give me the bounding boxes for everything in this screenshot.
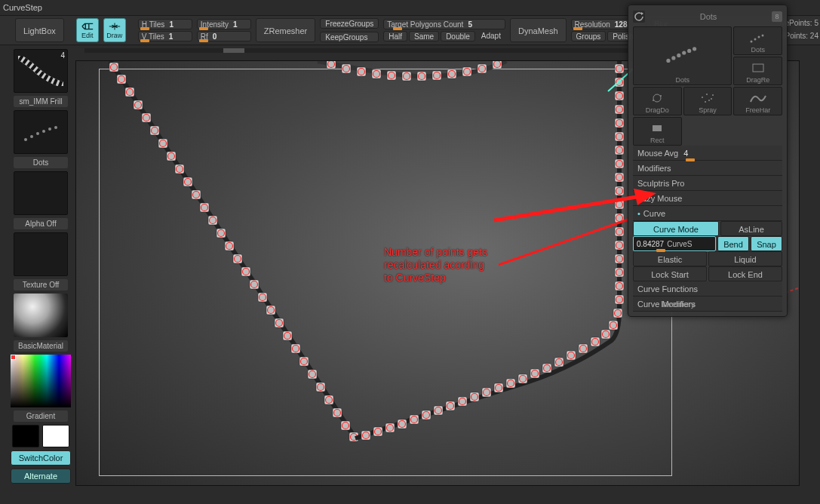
target-polygons-slider[interactable]: Target Polygons Count 5 bbox=[383, 19, 505, 29]
svg-line-10 bbox=[499, 212, 650, 265]
stroke-preview-large-label: Dots bbox=[634, 76, 731, 84]
modifiers-section[interactable]: Modifiers bbox=[633, 161, 782, 176]
edit-button[interactable]: Edit bbox=[76, 18, 99, 42]
bend-button[interactable]: Bend bbox=[717, 236, 749, 251]
svg-point-19 bbox=[750, 41, 752, 43]
svg-point-25 bbox=[653, 100, 654, 101]
svg-point-21 bbox=[757, 36, 760, 38]
vtiles-slider[interactable]: V Tiles 1 bbox=[138, 31, 192, 41]
resolution-value: 128 bbox=[615, 20, 628, 29]
texture-thumbnail[interactable] bbox=[14, 232, 68, 276]
curvestep-label: CurveS bbox=[667, 237, 692, 250]
liquid-button[interactable]: Liquid bbox=[708, 251, 782, 266]
half-button[interactable]: Half bbox=[383, 31, 407, 41]
svg-point-27 bbox=[702, 97, 703, 98]
swatch-black[interactable] bbox=[12, 425, 39, 447]
dynamesh-button[interactable]: DynaMesh bbox=[510, 18, 567, 42]
curve-section[interactable]: Curve bbox=[633, 206, 782, 221]
htiles-value: 1 bbox=[169, 20, 174, 29]
stroke-dots[interactable]: Dots bbox=[733, 26, 782, 55]
stroke-rect-label: Rect bbox=[634, 137, 681, 144]
app-title: CurveStep bbox=[3, 3, 42, 12]
svg-point-30 bbox=[705, 101, 706, 103]
htiles-slider[interactable]: H Tiles 1 bbox=[138, 19, 192, 29]
stroke-dragrect[interactable]: DragRe bbox=[733, 57, 782, 85]
stroke-palette[interactable]: Dots 8 Dots Dots DragRe DragDo Spray bbox=[628, 5, 788, 317]
swatch-white[interactable] bbox=[42, 425, 69, 447]
mouse-avg-value: 4 bbox=[683, 149, 688, 158]
svg-point-26 bbox=[660, 95, 662, 97]
alpha-label: Alpha Off bbox=[14, 218, 68, 229]
svg-point-16 bbox=[682, 51, 686, 54]
asline-button[interactable]: AsLine bbox=[720, 221, 782, 236]
stroke-spray[interactable]: Spray bbox=[683, 87, 732, 115]
stroke-freehand[interactable]: FreeHar bbox=[733, 87, 782, 115]
double-button[interactable]: Double bbox=[441, 31, 475, 41]
same-button[interactable]: Same bbox=[409, 31, 439, 41]
intensity-value: 1 bbox=[233, 20, 238, 29]
lockstart-button[interactable]: Lock Start bbox=[633, 266, 707, 281]
svg-point-20 bbox=[754, 38, 756, 41]
stroke-spray-label: Spray bbox=[684, 106, 732, 114]
target-value: 5 bbox=[468, 20, 472, 29]
palette-close-button[interactable]: 8 bbox=[772, 11, 782, 22]
brush-name-label: sm_IMM Frill bbox=[14, 96, 68, 107]
draw-button[interactable]: Draw bbox=[103, 18, 126, 42]
lazymouse-section[interactable]: Lazy Mouse bbox=[633, 191, 782, 206]
svg-point-4 bbox=[48, 128, 51, 131]
color-picker[interactable] bbox=[11, 355, 71, 407]
stroke-thumbnail[interactable] bbox=[14, 110, 68, 154]
curve-modifiers-section[interactable]: Curve Modifiers bbox=[633, 297, 782, 312]
mouse-avg-slider[interactable]: Mouse Avg 4 bbox=[633, 146, 782, 161]
alpha-thumbnail[interactable] bbox=[14, 171, 68, 215]
svg-point-29 bbox=[711, 98, 712, 100]
palette-undo-icon[interactable] bbox=[633, 11, 645, 23]
stroke-dragrect-label: DragRe bbox=[734, 76, 782, 84]
gradient-label[interactable]: Gradient bbox=[14, 410, 68, 422]
rf-value: 0 bbox=[213, 32, 217, 41]
draw-label: Draw bbox=[106, 32, 122, 39]
svg-point-1 bbox=[30, 135, 33, 138]
annotation-text: Number of points gets recalculated acord… bbox=[384, 246, 487, 284]
rf-slider[interactable]: Rf 0 bbox=[197, 31, 251, 41]
mouse-avg-label: Mouse Avg bbox=[637, 149, 678, 158]
svg-point-3 bbox=[42, 130, 45, 133]
edit-label: Edit bbox=[81, 32, 94, 39]
intensity-slider[interactable]: Intensity 1 bbox=[197, 19, 251, 29]
sculptris-section[interactable]: Sculptris Pro bbox=[633, 176, 782, 191]
material-thumbnail[interactable] bbox=[14, 293, 68, 337]
elastic-button[interactable]: Elastic bbox=[633, 251, 707, 266]
curvestep-slider[interactable]: 0.84287 CurveS bbox=[633, 236, 716, 251]
curve-mode-button[interactable]: Curve Mode bbox=[633, 221, 719, 236]
stroke-name-label: Dots bbox=[14, 157, 68, 168]
svg-point-22 bbox=[761, 35, 763, 37]
svg-point-15 bbox=[677, 54, 680, 57]
svg-rect-23 bbox=[753, 64, 763, 72]
stroke-freehand-label: FreeHar bbox=[734, 106, 782, 114]
toolbar-scrollbar-thumb[interactable] bbox=[223, 48, 244, 53]
stroke-dots-label: Dots bbox=[734, 46, 782, 54]
svg-point-13 bbox=[666, 59, 670, 63]
inventory-label[interactable]: Inventory bbox=[661, 300, 695, 309]
lightbox-button[interactable]: LightBox bbox=[15, 18, 64, 42]
svg-point-18 bbox=[693, 47, 696, 51]
lockend-button[interactable]: Lock End bbox=[708, 266, 782, 281]
keepgroups-button[interactable]: KeepGroups bbox=[320, 32, 379, 42]
curve-functions-section[interactable]: Curve Functions bbox=[633, 281, 782, 297]
zremesher-button[interactable]: ZRemesher bbox=[256, 18, 315, 42]
brush-count: 4 bbox=[60, 51, 65, 60]
freezegroups-button[interactable]: FreezeGroups bbox=[320, 18, 379, 29]
svg-marker-12 bbox=[641, 12, 643, 15]
svg-point-31 bbox=[712, 94, 714, 96]
stroke-rect[interactable]: Rect bbox=[633, 117, 682, 146]
stroke-dragdot[interactable]: DragDo bbox=[633, 87, 682, 115]
svg-point-5 bbox=[54, 126, 57, 129]
alternate-button[interactable]: Alternate bbox=[11, 469, 71, 484]
snap-button[interactable]: Snap bbox=[751, 236, 782, 251]
switchcolor-button[interactable]: SwitchColor bbox=[11, 450, 71, 466]
groups-button[interactable]: Groups bbox=[571, 31, 607, 41]
svg-rect-33 bbox=[653, 125, 662, 131]
stroke-preview-large[interactable]: Dots bbox=[633, 26, 732, 85]
adapt-button[interactable]: Adapt bbox=[477, 31, 505, 41]
brush-thumbnail[interactable]: 4 bbox=[14, 49, 68, 93]
